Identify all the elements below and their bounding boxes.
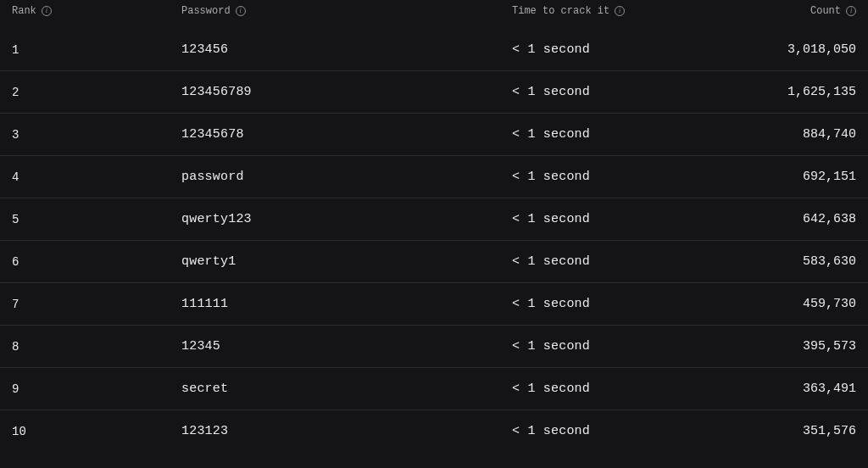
cell-time-to-crack: < 1 second (512, 339, 766, 354)
table-row[interactable]: 7111111< 1 second459,730 (0, 283, 868, 326)
cell-time-to-crack: < 1 second (512, 212, 766, 226)
cell-time-to-crack: < 1 second (512, 127, 766, 142)
table-row[interactable]: 312345678< 1 second884,740 (0, 114, 868, 156)
table-row[interactable]: 812345< 1 second395,573 (0, 326, 868, 368)
info-icon[interactable]: i (615, 6, 625, 16)
table-row[interactable]: 1123456< 1 second3,018,050 (0, 29, 868, 71)
cell-password: qwerty123 (181, 212, 512, 226)
header-rank[interactable]: Rank i (12, 5, 181, 17)
cell-count: 884,740 (766, 127, 856, 142)
cell-rank: 9 (12, 382, 181, 396)
cell-password: secret (181, 382, 512, 396)
cell-rank: 10 (12, 425, 181, 438)
header-count-label: Count (810, 5, 841, 17)
table-header-row: Rank i Password i Time to crack it i Cou… (0, 0, 868, 29)
cell-rank: 2 (12, 86, 181, 99)
info-icon[interactable]: i (42, 6, 52, 16)
cell-count: 459,730 (766, 297, 856, 311)
table-row[interactable]: 9secret< 1 second363,491 (0, 368, 868, 410)
cell-count: 642,638 (766, 212, 856, 226)
cell-rank: 1 (12, 43, 181, 57)
table-body: 1123456< 1 second3,018,0502123456789< 1 … (0, 29, 868, 452)
cell-count: 692,151 (766, 170, 856, 184)
cell-count: 583,630 (766, 254, 856, 269)
cell-password: password (181, 170, 512, 184)
cell-time-to-crack: < 1 second (512, 382, 766, 396)
cell-rank: 5 (12, 213, 181, 226)
header-count[interactable]: Count i (766, 5, 856, 17)
cell-time-to-crack: < 1 second (512, 85, 766, 99)
table-row[interactable]: 6qwerty1< 1 second583,630 (0, 241, 868, 283)
cell-password: 12345678 (181, 127, 512, 142)
cell-count: 1,625,135 (766, 85, 856, 99)
password-ranking-table: Rank i Password i Time to crack it i Cou… (0, 0, 868, 452)
header-rank-label: Rank (12, 5, 36, 17)
table-row[interactable]: 4password< 1 second692,151 (0, 156, 868, 198)
cell-time-to-crack: < 1 second (512, 254, 766, 269)
cell-rank: 3 (12, 128, 181, 142)
cell-count: 351,576 (766, 424, 856, 438)
cell-rank: 6 (12, 255, 181, 269)
table-row[interactable]: 5qwerty123< 1 second642,638 (0, 198, 868, 241)
header-password[interactable]: Password i (181, 5, 512, 17)
cell-count: 3,018,050 (766, 42, 856, 57)
cell-count: 363,491 (766, 382, 856, 396)
cell-rank: 8 (12, 340, 181, 354)
header-password-label: Password (181, 5, 231, 17)
cell-password: 111111 (181, 297, 512, 311)
cell-time-to-crack: < 1 second (512, 170, 766, 184)
header-time-label: Time to crack it (512, 5, 609, 17)
cell-time-to-crack: < 1 second (512, 42, 766, 57)
cell-password: 123123 (181, 424, 512, 438)
cell-count: 395,573 (766, 339, 856, 354)
info-icon[interactable]: i (236, 6, 246, 16)
cell-rank: 4 (12, 170, 181, 184)
cell-time-to-crack: < 1 second (512, 297, 766, 311)
table-row[interactable]: 10123123< 1 second351,576 (0, 410, 868, 452)
header-time[interactable]: Time to crack it i (512, 5, 766, 17)
cell-rank: 7 (12, 298, 181, 311)
cell-password: qwerty1 (181, 254, 512, 269)
cell-password: 123456 (181, 42, 512, 57)
cell-time-to-crack: < 1 second (512, 424, 766, 438)
cell-password: 12345 (181, 339, 512, 354)
table-row[interactable]: 2123456789< 1 second1,625,135 (0, 71, 868, 114)
cell-password: 123456789 (181, 85, 512, 99)
info-icon[interactable]: i (846, 6, 856, 16)
